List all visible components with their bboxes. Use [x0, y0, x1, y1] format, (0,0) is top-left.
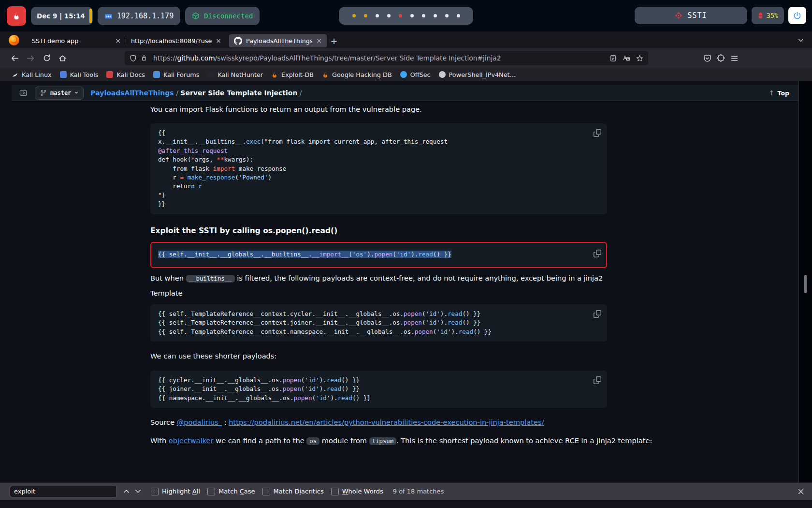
- close-icon[interactable]: ×: [216, 37, 221, 44]
- code-line: {{ joiner.__init__.__globals__.os.popen(…: [158, 385, 599, 393]
- home-button[interactable]: [55, 51, 71, 65]
- bookmark-favicon: [207, 71, 214, 78]
- code-line: def hook(*args, **kwargs):: [158, 155, 599, 164]
- ip-address: 192.168.1.179: [117, 12, 174, 20]
- bookmark-item[interactable]: Google Hacking DB: [322, 71, 392, 78]
- workspace-switcher[interactable]: [339, 7, 473, 25]
- bookmark-item[interactable]: OffSec: [400, 71, 431, 78]
- workspace-dot[interactable]: [457, 14, 460, 17]
- code-line: {{ namespace.__init__.__globals__.os.pop…: [158, 394, 599, 403]
- github-page: master PayloadsAllTheThings / Server Sid…: [0, 81, 812, 482]
- scrollbar-thumb[interactable]: [804, 275, 807, 293]
- checkbox[interactable]: [207, 488, 215, 495]
- workspace-dot[interactable]: [399, 14, 402, 17]
- copy-icon[interactable]: [594, 310, 601, 318]
- close-find-icon[interactable]: [798, 488, 804, 495]
- copy-icon[interactable]: [594, 250, 601, 257]
- find-previous-icon[interactable]: [123, 488, 130, 495]
- workspace-dot[interactable]: [410, 14, 414, 17]
- bookmark-item[interactable]: Kali Linux: [12, 71, 52, 78]
- bookmark-item[interactable]: PowerShell_IPv4Net…: [439, 71, 516, 78]
- lock-icon[interactable]: [141, 55, 147, 61]
- url-domain: github.com: [177, 54, 215, 62]
- reload-button[interactable]: [39, 51, 55, 65]
- power-button[interactable]: [788, 7, 806, 24]
- code-block-template-reference: {{ self._TemplateReference__context.cycl…: [150, 304, 607, 342]
- extensions-icon[interactable]: [717, 54, 725, 62]
- tab-payloadsallthethings[interactable]: PayloadsAllTheThings/Se ×: [229, 34, 327, 47]
- menu-icon[interactable]: [730, 54, 739, 62]
- bookmark-favicon: [106, 71, 113, 78]
- bookmark-item[interactable]: Exploit-DB: [271, 71, 314, 78]
- shield-icon[interactable]: [130, 55, 137, 62]
- objectwalker-link[interactable]: objectwalker: [169, 436, 214, 445]
- workspace-dot[interactable]: [445, 14, 449, 17]
- vpn-status-text: Disconnected: [204, 12, 253, 20]
- workspace-dot[interactable]: [364, 14, 367, 17]
- bookmark-star-icon[interactable]: [636, 55, 643, 62]
- tab-title: PayloadsAllTheThings/Se: [246, 37, 312, 45]
- pocket-icon[interactable]: [703, 54, 711, 62]
- copy-icon[interactable]: [594, 129, 601, 137]
- bookmark-label: PowerShell_IPv4Net…: [449, 71, 516, 78]
- inline-code: os: [306, 437, 319, 445]
- breadcrumb-repo-link[interactable]: PayloadsAllTheThings: [90, 89, 174, 97]
- workspace-dot[interactable]: [352, 14, 356, 17]
- code-line: @after_this_request: [158, 147, 599, 155]
- bookmark-item[interactable]: Kali NetHunter: [207, 71, 263, 78]
- network-widget[interactable]: 192.168.1.179: [98, 7, 180, 25]
- find-option[interactable]: Match Diacritics: [262, 488, 324, 495]
- sidebar-toggle-icon[interactable]: [19, 89, 27, 97]
- code-line: r = make_response('Powned'): [158, 173, 599, 182]
- forward-button[interactable]: [23, 51, 39, 65]
- section-heading: Exploit the SSTI by calling os.popen().r…: [150, 226, 337, 235]
- back-button[interactable]: [7, 51, 23, 65]
- workspace-dot[interactable]: [376, 14, 379, 17]
- workspace-dot[interactable]: [434, 14, 437, 17]
- author-link[interactable]: @podalirius_: [177, 418, 222, 426]
- url-bar[interactable]: https://github.com/swisskyrepo/PayloadsA…: [125, 51, 648, 65]
- branch-selector[interactable]: master: [35, 87, 84, 100]
- reader-mode-icon[interactable]: [609, 55, 617, 62]
- bookmark-item[interactable]: Kali Docs: [106, 71, 145, 78]
- tab-list-chevron-icon[interactable]: [798, 37, 804, 44]
- new-tab-button[interactable]: +: [327, 34, 341, 47]
- workspace-dot[interactable]: [387, 14, 391, 17]
- firefox-window: SSTI demo app × http://localhost:8089/?u…: [0, 31, 812, 508]
- paragraph: With objectwalker we can find a path to …: [150, 436, 652, 445]
- find-next-icon[interactable]: [134, 488, 142, 495]
- find-option[interactable]: Highlight All: [151, 488, 200, 495]
- translate-icon[interactable]: [623, 54, 630, 62]
- branch-icon: [40, 90, 47, 96]
- workspace-dot[interactable]: [422, 14, 425, 17]
- close-icon[interactable]: ×: [115, 37, 121, 44]
- github-icon: [234, 37, 242, 45]
- find-option[interactable]: Whole Words: [331, 488, 383, 495]
- checkbox[interactable]: [331, 488, 339, 495]
- bookmark-favicon: [271, 71, 278, 78]
- bookmark-label: Kali NetHunter: [218, 71, 263, 78]
- find-input[interactable]: [10, 486, 117, 497]
- bookmark-item[interactable]: Kali Forums: [153, 71, 199, 78]
- code-line: {{ self._TemplateReference__context.name…: [158, 328, 599, 336]
- checkbox[interactable]: [262, 488, 270, 495]
- bookmark-item[interactable]: Kali Tools: [60, 71, 99, 78]
- battery-icon: [757, 12, 764, 19]
- checkbox[interactable]: [151, 488, 159, 495]
- code-line: "): [158, 191, 599, 200]
- close-icon[interactable]: ×: [316, 37, 322, 44]
- code-line: x.__init__.__builtins__.exec("from flask…: [158, 137, 599, 146]
- page-gutter: [799, 81, 812, 482]
- find-option[interactable]: Match Case: [207, 488, 255, 495]
- tab-localhost[interactable]: http://localhost:8089/?user= ×: [126, 34, 226, 47]
- article-link[interactable]: https://podalirius.net/en/articles/pytho…: [229, 418, 544, 426]
- firefox-icon[interactable]: [8, 34, 20, 46]
- active-window-button[interactable]: SSTI: [635, 7, 747, 24]
- top-panel: Dec 9 | 15:14 192.168.1.179 Disconnected…: [0, 0, 812, 31]
- copy-icon[interactable]: [594, 376, 601, 384]
- tab-ssti-demo[interactable]: SSTI demo app ×: [27, 34, 126, 47]
- find-option-label: Match Diacritics: [274, 488, 324, 495]
- back-to-top-link[interactable]: ↑ Top: [769, 89, 789, 97]
- vpn-status-widget[interactable]: Disconnected: [185, 7, 260, 25]
- kali-menu-button[interactable]: [7, 6, 26, 26]
